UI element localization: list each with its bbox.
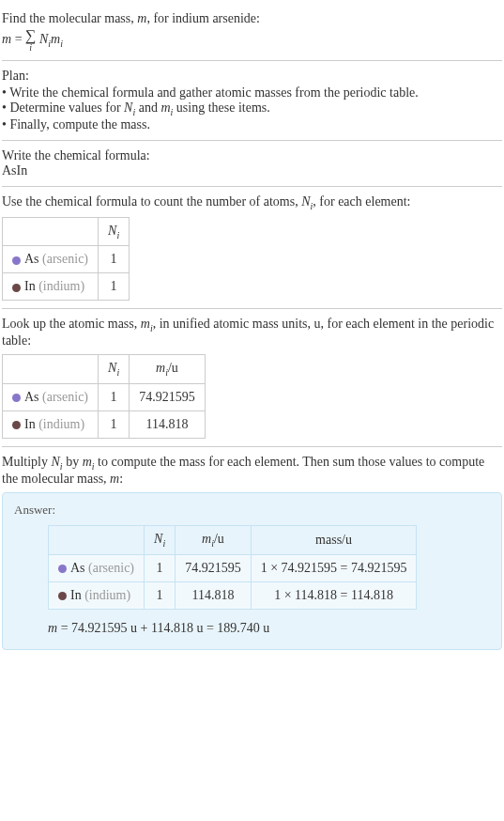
plan-item-1: Determine values for Ni and mi using the…: [2, 101, 502, 117]
element-cell: In (indium): [49, 581, 145, 609]
table-header-row: Ni mi/u: [3, 355, 206, 384]
table-header-empty: [3, 355, 99, 384]
count-title: Use the chemical formula to count the nu…: [2, 194, 502, 211]
table-row: In (indium) 1 114.818 1 × 114.818 = 114.…: [49, 581, 417, 609]
lookup-table: Ni mi/u As (arsenic) 1 74.921595 In (ind…: [2, 354, 206, 439]
lookup-title: Look up the atomic mass, mi, in unified …: [2, 317, 502, 349]
table-row: In (indium) 1 114.818: [3, 410, 206, 438]
table-header-empty: [3, 217, 99, 246]
chem-value: AsIn: [2, 163, 502, 178]
table-header-row: Ni: [3, 217, 130, 246]
intro-text: Find the molecular mass, m, for indium a…: [2, 11, 502, 26]
formula-m: m: [51, 32, 60, 46]
element-cell: As (arsenic): [3, 383, 99, 410]
intro-var-m: m: [137, 11, 146, 25]
element-dot-icon: [58, 592, 67, 600]
count-table: Ni As (arsenic) 1 In (indium) 1: [2, 217, 130, 302]
sum-index: i: [25, 43, 36, 53]
multiply-section: Multiply Ni by mi to compute the mass fo…: [2, 447, 502, 658]
table-header-m: mi/u: [130, 355, 206, 384]
chemical-formula-section: Write the chemical formula: AsIn: [2, 141, 502, 187]
lookup-section: Look up the atomic mass, mi, in unified …: [2, 309, 502, 447]
m-value: 74.921595: [130, 383, 206, 410]
n-value: 1: [99, 246, 130, 273]
n-value: 1: [99, 410, 130, 438]
element-cell: In (indium): [3, 410, 99, 438]
element-dot-icon: [12, 421, 21, 429]
sum-symbol-wrap: ∑i: [25, 28, 36, 53]
formula-n: N: [39, 32, 48, 46]
element-dot-icon: [12, 256, 21, 265]
plan-item-0: Write the chemical formula and gather at…: [2, 85, 502, 101]
table-header-n: Ni: [99, 217, 130, 246]
plan-item-2: Finally, compute the mass.: [2, 117, 502, 132]
table-header-n: Ni: [99, 355, 130, 384]
answer-box: Answer: Ni mi/u mass/u As (arsenic) 1 74…: [2, 492, 502, 650]
table-header-mass: mass/u: [251, 525, 417, 554]
intro-section: Find the molecular mass, m, for indium a…: [2, 4, 502, 61]
count-section: Use the chemical formula to count the nu…: [2, 187, 502, 310]
element-cell: As (arsenic): [49, 554, 145, 581]
formula-m-sub: i: [60, 39, 63, 49]
n-value: 1: [145, 581, 176, 609]
chem-title: Write the chemical formula:: [2, 148, 502, 163]
table-header-empty: [49, 525, 145, 554]
element-dot-icon: [58, 565, 67, 573]
n-value: 1: [99, 383, 130, 410]
table-header-m: mi/u: [176, 525, 252, 554]
m-value: 74.921595: [176, 554, 252, 581]
final-equation: m = 74.921595 u + 114.818 u = 189.740 u: [48, 621, 490, 636]
answer-table: Ni mi/u mass/u As (arsenic) 1 74.921595 …: [48, 525, 417, 610]
intro-formula: m = ∑i Nimi: [2, 28, 502, 53]
intro-pre: Find the molecular mass,: [2, 11, 137, 25]
table-row: As (arsenic) 1 74.921595: [3, 383, 206, 410]
table-header-row: Ni mi/u mass/u: [49, 525, 417, 554]
formula-lhs: m: [2, 32, 11, 46]
m-value: 114.818: [130, 410, 206, 438]
sum-sigma: ∑: [25, 28, 36, 43]
m-value: 114.818: [176, 581, 252, 609]
table-row: In (indium) 1: [3, 273, 130, 301]
element-dot-icon: [12, 284, 21, 292]
intro-post: , for indium arsenide:: [146, 11, 260, 25]
element-cell: As (arsenic): [3, 246, 99, 273]
table-row: As (arsenic) 1: [3, 246, 130, 273]
mass-value: 1 × 114.818 = 114.818: [251, 581, 417, 609]
table-header-n: Ni: [145, 525, 176, 554]
element-cell: In (indium): [3, 273, 99, 301]
formula-eq: =: [11, 32, 25, 46]
answer-label: Answer:: [14, 503, 490, 518]
answer-content: Ni mi/u mass/u As (arsenic) 1 74.921595 …: [14, 525, 490, 636]
plan-title: Plan:: [2, 69, 502, 84]
n-value: 1: [99, 273, 130, 301]
plan-list: Write the chemical formula and gather at…: [2, 85, 502, 132]
element-dot-icon: [12, 394, 21, 402]
mass-value: 1 × 74.921595 = 74.921595: [251, 554, 417, 581]
n-value: 1: [145, 554, 176, 581]
table-row: As (arsenic) 1 74.921595 1 × 74.921595 =…: [49, 554, 417, 581]
plan-section: Plan: Write the chemical formula and gat…: [2, 61, 502, 141]
multiply-text: Multiply Ni by mi to compute the mass fo…: [2, 455, 502, 487]
